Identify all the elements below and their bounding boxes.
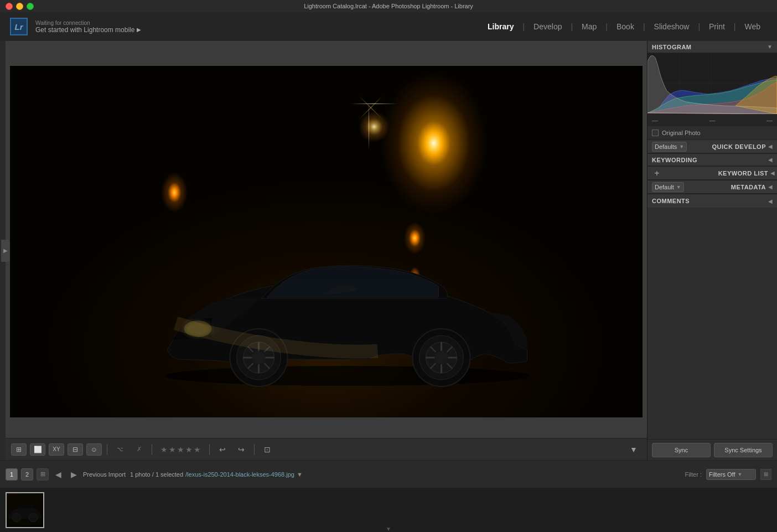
path-dropdown-arrow[interactable]: ▼ <box>297 471 303 478</box>
metadata-panel: Default ▼ Metadata ◀ <box>648 180 777 194</box>
metadata-title: Metadata <box>731 184 766 190</box>
sync-bar: Sync Sync Settings <box>648 439 777 460</box>
quick-develop-panel: Defaults ▼ Quick Develop ◀ <box>648 140 777 154</box>
titlebar: Lightroom Catalog.lrcat - Adobe Photosho… <box>0 0 777 12</box>
quick-develop-header[interactable]: Defaults ▼ Quick Develop ◀ <box>648 140 777 153</box>
filmstrip-grid-icon[interactable]: ⊞ <box>37 468 49 481</box>
mobile-status: Waiting for connection <box>35 20 480 26</box>
nav-slideshow[interactable]: Slideshow <box>646 12 697 41</box>
toolbar-separator-3 <box>209 444 210 455</box>
add-keyword-button[interactable]: + <box>652 168 662 178</box>
minimize-button[interactable] <box>16 3 23 10</box>
mobile-cta[interactable]: Get started with Lightroom mobile ▶ <box>35 26 480 34</box>
spray-button[interactable]: ⌥ <box>112 443 128 456</box>
quick-develop-arrow: ◀ <box>768 143 773 149</box>
car-silhouette <box>139 213 555 390</box>
filmstrip-back-button[interactable]: ◀ <box>52 468 64 481</box>
histogram-panel-header[interactable]: Histogram ▼ <box>648 41 777 53</box>
metadata-arrow: ◀ <box>768 184 773 190</box>
right-panel-toggle[interactable]: ▶ <box>647 237 648 265</box>
window-title: Lightroom Catalog.lrcat - Adobe Photosho… <box>304 3 473 9</box>
prev-import-label: Previous Import <box>83 471 126 478</box>
original-photo-checkbox[interactable] <box>652 130 659 136</box>
nav-map[interactable]: Map <box>574 12 604 41</box>
survey-view-button[interactable]: ⊟ <box>68 443 83 456</box>
keyword-list-panel: + Keyword List ◀ <box>648 167 777 180</box>
keyword-list-arrow: ◀ <box>770 170 775 176</box>
photo-count: 1 photo / 1 selected <box>130 471 183 478</box>
filter-dropdown[interactable]: Filters Off ▼ <box>706 469 756 480</box>
toolbar-separator-2 <box>152 444 152 455</box>
crop-button[interactable]: ⊡ <box>260 443 275 456</box>
maximize-button[interactable] <box>27 3 34 10</box>
keywording-header[interactable]: Keywording ◀ <box>648 154 777 166</box>
filmstrip-number-1[interactable]: 1 <box>6 468 18 481</box>
filmstrip-bar: 1 2 ⊞ ◀ ▶ Previous Import 1 photo / 1 se… <box>0 460 777 488</box>
left-panel: ▶ <box>0 41 6 460</box>
nav-web[interactable]: Web <box>737 12 768 41</box>
bottom-arrow: ▼ <box>386 526 391 532</box>
filmstrip-forward-button[interactable]: ▶ <box>68 468 80 481</box>
histogram-arrow: ▼ <box>767 44 773 50</box>
main-content: ⊞ ⬜ XY ⊟ ☺ ⌥ ✗ ★ ★ ★ ★ ★ ↩ ↪ ⊡ ▼ <box>6 41 647 460</box>
histogram-canvas <box>648 53 777 114</box>
histogram-minus-2: — <box>709 117 716 123</box>
people-view-button[interactable]: ☺ <box>86 443 102 456</box>
histogram-bottom: — — — <box>648 114 777 126</box>
compare-view-button[interactable]: XY <box>49 443 64 456</box>
histogram-minus-1: — <box>652 117 658 123</box>
left-panel-toggle[interactable]: ▶ <box>1 240 10 262</box>
keywording-panel: Keywording ◀ <box>648 154 777 167</box>
sync-settings-button[interactable]: Sync Settings <box>714 443 773 457</box>
photo-path[interactable]: /lexus-is250-2014-black-lekses-4968.jpg <box>185 471 294 478</box>
loupe-view-button[interactable]: ⬜ <box>30 443 45 456</box>
nav-print[interactable]: Print <box>701 12 733 41</box>
rotate-left-button[interactable]: ↩ <box>215 443 230 456</box>
metadata-header[interactable]: Default ▼ Metadata ◀ <box>648 180 777 194</box>
main-row: ▶ <box>0 41 777 460</box>
rotate-right-button[interactable]: ↪ <box>234 443 249 456</box>
flag-reject-button[interactable]: ✗ <box>131 443 147 456</box>
keywording-title: Keywording <box>652 157 697 163</box>
right-panel-spacer <box>648 208 777 318</box>
keyword-list-header[interactable]: + Keyword List ◀ <box>648 167 777 180</box>
filter-icon-button[interactable]: ⊞ <box>760 469 771 480</box>
sync-button[interactable]: Sync <box>652 443 711 457</box>
star-rating[interactable]: ★ ★ ★ ★ ★ <box>157 445 204 454</box>
filmstrip: ▼ <box>0 488 777 532</box>
lr-logo: Lr <box>9 17 29 37</box>
bottom-section: 1 2 ⊞ ◀ ▶ Previous Import 1 photo / 1 se… <box>0 460 777 532</box>
filter-label: Filter : <box>685 471 702 478</box>
svg-point-34 <box>29 513 38 522</box>
svg-point-5 <box>252 351 265 364</box>
defaults-dropdown[interactable]: Defaults ▼ <box>652 142 687 152</box>
grid-view-button[interactable]: ⊞ <box>11 443 27 456</box>
histogram-panel: Histogram ▼ <box>648 41 777 140</box>
nav-book[interactable]: Book <box>609 12 642 41</box>
toolbar: ⊞ ⬜ XY ⊟ ☺ ⌥ ✗ ★ ★ ★ ★ ★ ↩ ↪ ⊡ ▼ <box>6 438 647 460</box>
right-panel: ▶ Histogram ▼ <box>647 41 777 460</box>
right-scroll: Histogram ▼ <box>648 41 777 439</box>
histogram-title: Histogram <box>652 44 692 50</box>
main-photo <box>10 66 643 417</box>
nav-library[interactable]: Library <box>480 12 521 41</box>
filmstrip-right: Filter : Filters Off ▼ ⊞ <box>685 469 771 480</box>
close-button[interactable] <box>6 3 13 10</box>
filmstrip-info: Previous Import 1 photo / 1 selected /le… <box>83 471 681 478</box>
histogram-svg <box>648 53 777 114</box>
filmstrip-number-2[interactable]: 2 <box>21 468 33 481</box>
original-photo-label: Original Photo <box>662 130 701 136</box>
quick-develop-title: Quick Develop <box>712 143 766 150</box>
svg-point-33 <box>12 513 21 522</box>
nav-develop[interactable]: Develop <box>526 12 569 41</box>
filmstrip-thumbnail[interactable] <box>6 492 44 528</box>
thumbnail-image <box>7 493 43 527</box>
topbar: Lr Waiting for connection Get started wi… <box>0 12 777 41</box>
toolbar-collapse-button[interactable]: ▼ <box>626 443 641 456</box>
comments-header[interactable]: Comments ◀ <box>648 194 777 208</box>
svg-point-0 <box>164 366 530 386</box>
svg-point-17 <box>434 351 448 364</box>
original-photo-row: Original Photo <box>648 126 777 140</box>
histogram-minus-3: — <box>766 117 773 123</box>
metadata-dropdown[interactable]: Default ▼ <box>652 182 684 192</box>
